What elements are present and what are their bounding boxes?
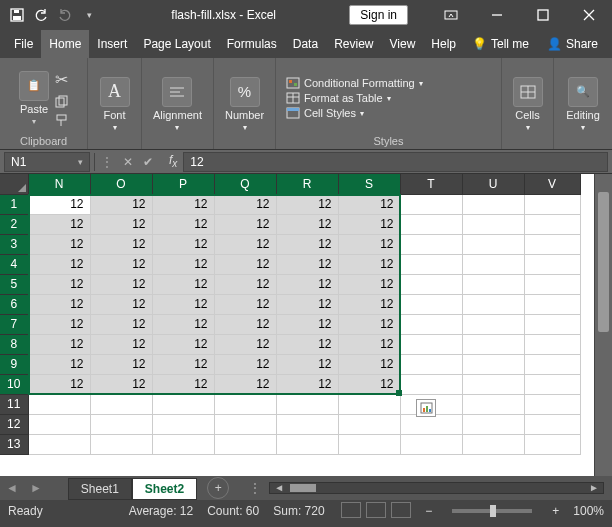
- zoom-thumb[interactable]: [490, 505, 496, 517]
- cell[interactable]: [524, 334, 580, 354]
- column-header[interactable]: Q: [214, 174, 276, 194]
- redo-icon[interactable]: [56, 6, 74, 24]
- minimize-button[interactable]: [474, 0, 520, 30]
- cell[interactable]: 12: [276, 334, 338, 354]
- cell[interactable]: 12: [28, 334, 90, 354]
- cell[interactable]: 12: [90, 194, 152, 214]
- tab-file[interactable]: File: [6, 30, 41, 58]
- cell[interactable]: 12: [214, 274, 276, 294]
- share-button[interactable]: 👤Share: [539, 30, 606, 58]
- tell-me[interactable]: 💡Tell me: [464, 30, 537, 58]
- cell[interactable]: 12: [152, 334, 214, 354]
- cell[interactable]: [338, 414, 400, 434]
- cell[interactable]: 12: [28, 234, 90, 254]
- cell-styles-button[interactable]: Cell Styles▾: [286, 107, 423, 119]
- cell[interactable]: [338, 434, 400, 454]
- cell[interactable]: 12: [90, 294, 152, 314]
- cell[interactable]: [400, 294, 462, 314]
- cell[interactable]: [400, 434, 462, 454]
- vertical-scrollbar[interactable]: [594, 174, 612, 476]
- cell[interactable]: 12: [152, 294, 214, 314]
- cell[interactable]: [462, 334, 524, 354]
- cell[interactable]: 12: [214, 254, 276, 274]
- row-header[interactable]: 3: [0, 234, 28, 254]
- cell[interactable]: [400, 214, 462, 234]
- cell[interactable]: 12: [28, 294, 90, 314]
- cell[interactable]: 12: [338, 374, 400, 394]
- cell[interactable]: [462, 294, 524, 314]
- column-header[interactable]: U: [462, 174, 524, 194]
- cell[interactable]: [276, 434, 338, 454]
- cell[interactable]: [524, 414, 580, 434]
- cell[interactable]: 12: [152, 374, 214, 394]
- cell[interactable]: 12: [276, 354, 338, 374]
- cell[interactable]: [462, 374, 524, 394]
- cell[interactable]: [400, 354, 462, 374]
- cell[interactable]: [90, 394, 152, 414]
- select-all-corner[interactable]: [0, 174, 28, 194]
- cell[interactable]: 12: [214, 214, 276, 234]
- cell[interactable]: 12: [90, 334, 152, 354]
- cell[interactable]: 12: [338, 294, 400, 314]
- cell[interactable]: 12: [276, 194, 338, 214]
- cell[interactable]: 12: [338, 214, 400, 234]
- row-header[interactable]: 8: [0, 334, 28, 354]
- tab-insert[interactable]: Insert: [89, 30, 135, 58]
- cell[interactable]: 12: [276, 274, 338, 294]
- cell[interactable]: 12: [338, 274, 400, 294]
- formula-bar[interactable]: 12: [183, 152, 608, 172]
- cell[interactable]: 12: [276, 214, 338, 234]
- cell[interactable]: [524, 294, 580, 314]
- cancel-formula-icon[interactable]: ✕: [123, 155, 133, 169]
- name-box[interactable]: N1▾: [4, 152, 90, 172]
- row-header[interactable]: 7: [0, 314, 28, 334]
- cell[interactable]: 12: [28, 254, 90, 274]
- tab-formulas[interactable]: Formulas: [219, 30, 285, 58]
- maximize-button[interactable]: [520, 0, 566, 30]
- row-header[interactable]: 4: [0, 254, 28, 274]
- fx-icon[interactable]: fx: [163, 153, 183, 169]
- cell[interactable]: [400, 274, 462, 294]
- sheet-divider[interactable]: ⋮: [249, 481, 261, 495]
- cell[interactable]: 12: [214, 354, 276, 374]
- column-header[interactable]: V: [524, 174, 580, 194]
- cell[interactable]: [152, 414, 214, 434]
- cell[interactable]: [462, 434, 524, 454]
- cell[interactable]: [400, 334, 462, 354]
- cell[interactable]: [524, 354, 580, 374]
- cell[interactable]: [524, 214, 580, 234]
- column-header[interactable]: O: [90, 174, 152, 194]
- cell[interactable]: [152, 394, 214, 414]
- cell[interactable]: 12: [90, 354, 152, 374]
- cell[interactable]: 12: [214, 314, 276, 334]
- cell[interactable]: [90, 434, 152, 454]
- column-header[interactable]: P: [152, 174, 214, 194]
- cell[interactable]: [400, 194, 462, 214]
- zoom-level[interactable]: 100%: [573, 504, 604, 518]
- cell[interactable]: 12: [338, 334, 400, 354]
- cell[interactable]: [400, 234, 462, 254]
- conditional-formatting-button[interactable]: Conditional Formatting▾: [286, 77, 423, 89]
- cell[interactable]: 12: [276, 254, 338, 274]
- ribbon-options-icon[interactable]: [428, 0, 474, 30]
- number-button[interactable]: %Number▾: [225, 77, 264, 132]
- cell[interactable]: 12: [28, 314, 90, 334]
- row-header[interactable]: 10: [0, 374, 28, 394]
- row-header[interactable]: 2: [0, 214, 28, 234]
- cell[interactable]: [524, 394, 580, 414]
- cell[interactable]: 12: [152, 194, 214, 214]
- cell[interactable]: 12: [338, 234, 400, 254]
- add-sheet-button[interactable]: +: [207, 477, 229, 499]
- cell[interactable]: [524, 374, 580, 394]
- cell[interactable]: 12: [152, 314, 214, 334]
- horizontal-scrollbar[interactable]: ◄►: [269, 482, 604, 494]
- cell[interactable]: [28, 434, 90, 454]
- zoom-slider[interactable]: [452, 509, 532, 513]
- cell[interactable]: [28, 414, 90, 434]
- row-header[interactable]: 6: [0, 294, 28, 314]
- editing-button[interactable]: 🔍Editing▾: [566, 77, 600, 132]
- cell[interactable]: [462, 254, 524, 274]
- tab-view[interactable]: View: [382, 30, 424, 58]
- cells-button[interactable]: Cells▾: [513, 77, 543, 132]
- cell[interactable]: [462, 234, 524, 254]
